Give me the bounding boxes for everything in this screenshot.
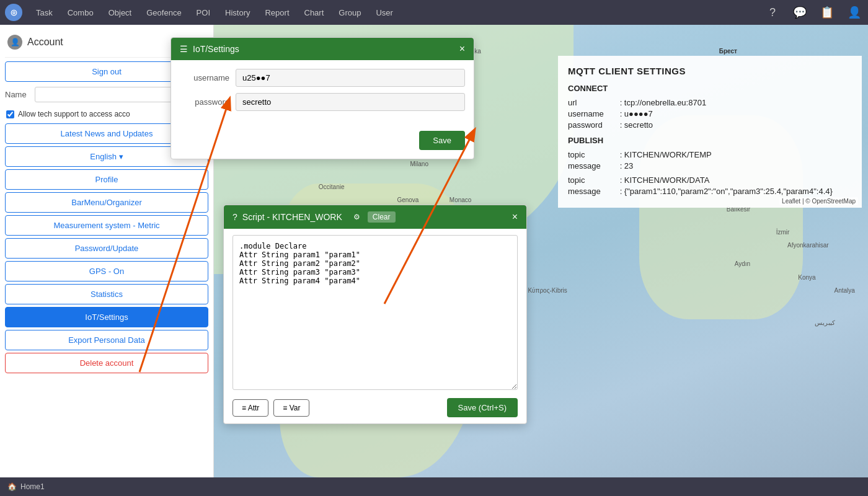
password-field-label: password bbox=[180, 97, 229, 107]
username-field-label: username bbox=[180, 73, 229, 82]
chat-icon[interactable]: 💬 bbox=[791, 4, 808, 21]
nav-object[interactable]: Object bbox=[102, 6, 138, 20]
mqtt-message2-label: message bbox=[568, 187, 618, 196]
iot-dialog-close[interactable]: × bbox=[459, 44, 465, 54]
nav-chart[interactable]: Chart bbox=[298, 6, 330, 20]
script-textarea[interactable]: .module Declare Attr String param1 "para… bbox=[232, 235, 518, 390]
top-navigation: ◎ Task Combo Object Geofence POI History… bbox=[0, 0, 868, 25]
mqtt-username-colon: : bbox=[620, 109, 624, 118]
password-button[interactable]: Password/Update bbox=[5, 238, 208, 259]
script-clear-button[interactable]: Clear bbox=[368, 211, 396, 223]
statistics-button[interactable]: Statistics bbox=[5, 284, 208, 304]
mqtt-url-row: url : tcp://onebrella.eu:8701 bbox=[568, 98, 852, 107]
mqtt-username-row: username : u●●●●7 bbox=[568, 109, 852, 118]
mqtt-publish-label: PUBLISH bbox=[568, 136, 852, 145]
document-icon[interactable]: 📋 bbox=[818, 4, 836, 21]
nav-history[interactable]: History bbox=[219, 6, 256, 20]
measurement-button[interactable]: Measurement system - Metric bbox=[5, 215, 208, 236]
mqtt-url-label: url bbox=[568, 98, 618, 107]
user-icon[interactable]: 👤 bbox=[846, 4, 863, 21]
bottom-bar: 🏠 Home1 bbox=[0, 477, 868, 496]
delete-account-button[interactable]: Delete account bbox=[5, 353, 208, 373]
mqtt-username-value: u●●●●7 bbox=[624, 109, 653, 118]
iot-save-button[interactable]: Save bbox=[419, 131, 465, 150]
iot-dialog-footer: Save bbox=[171, 126, 474, 159]
profile-button[interactable]: Profile bbox=[5, 169, 208, 190]
script-header-icon: ? bbox=[232, 212, 237, 222]
bottom-bar-label: Home1 bbox=[20, 482, 45, 491]
script-dialog-body: .module Declare Attr String param1 "para… bbox=[224, 229, 526, 392]
password-field-row: password bbox=[180, 93, 465, 111]
iot-settings-dialog: ☰ IoT/Settings × username password Save bbox=[170, 37, 474, 159]
script-dialog-title: Script - KITCHEN_WORK bbox=[242, 212, 342, 222]
iot-header-icon: ☰ bbox=[180, 44, 188, 54]
nav-user[interactable]: User bbox=[370, 6, 399, 20]
mqtt-title: MQTT CLIENT SETTINGS bbox=[568, 66, 852, 76]
script-icon2: ⚙ bbox=[353, 213, 360, 221]
mqtt-url-colon: : bbox=[620, 98, 624, 107]
script-save-button[interactable]: Save (Ctrl+S) bbox=[447, 398, 518, 417]
nav-report[interactable]: Report bbox=[259, 6, 295, 20]
barmenu-button[interactable]: BarMenu/Organizer bbox=[5, 192, 208, 213]
mqtt-message2-row: message : {"param1":110,"param2":"on","p… bbox=[568, 187, 852, 196]
app-logo[interactable]: ◎ bbox=[5, 4, 22, 21]
gps-button[interactable]: GPS - On bbox=[5, 261, 208, 281]
mqtt-topic1-label: topic bbox=[568, 150, 618, 159]
nav-poi[interactable]: POI bbox=[190, 6, 216, 20]
mqtt-topic1-row: topic : KITCHEN/WORK/TEMP bbox=[568, 150, 852, 159]
name-label: Name bbox=[5, 90, 30, 99]
mqtt-username-label: username bbox=[568, 109, 618, 118]
mqtt-topic2-row: topic : KITCHEN/WORK/DATA bbox=[568, 175, 852, 185]
password-field-input[interactable] bbox=[236, 93, 465, 111]
script-dialog-close[interactable]: × bbox=[512, 212, 518, 222]
sidebar-title-text: Account bbox=[27, 37, 63, 48]
script-dialog-header: ? Script - KITCHEN_WORK ⚙ Clear × bbox=[224, 205, 526, 229]
username-field-input[interactable] bbox=[236, 69, 465, 87]
mqtt-message1-value: 23 bbox=[624, 161, 633, 170]
tech-support-checkbox[interactable] bbox=[6, 110, 14, 118]
nav-geofence[interactable]: Geofence bbox=[140, 6, 187, 20]
mqtt-password-label: password bbox=[568, 120, 618, 130]
iot-dialog-title: IoT/Settings bbox=[193, 44, 239, 54]
mqtt-panel: MQTT CLIENT SETTINGS CONNECT url : tcp:/… bbox=[558, 56, 862, 208]
mqtt-topic2-value: KITCHEN/WORK/DATA bbox=[624, 175, 709, 185]
export-data-button[interactable]: Export Personal Data bbox=[5, 330, 208, 350]
var-button[interactable]: ≡ Var bbox=[273, 399, 309, 417]
nav-group[interactable]: Group bbox=[332, 6, 367, 20]
tech-support-label: Allow tech support to access acco bbox=[18, 110, 130, 118]
script-header-left: ? Script - KITCHEN_WORK ⚙ Clear bbox=[232, 211, 396, 223]
iot-dialog-header: ☰ IoT/Settings × bbox=[171, 38, 474, 60]
mqtt-connect-label: CONNECT bbox=[568, 84, 852, 93]
mqtt-message1-row: message : 23 bbox=[568, 161, 852, 170]
mqtt-topic2-label: topic bbox=[568, 175, 618, 185]
mqtt-password-value: secretto bbox=[624, 120, 653, 130]
mqtt-password-row: password : secretto bbox=[568, 120, 852, 130]
home-icon: 🏠 bbox=[7, 482, 17, 491]
iot-dialog-body: username password bbox=[171, 60, 474, 126]
help-icon[interactable]: ? bbox=[764, 4, 781, 21]
script-dialog: ? Script - KITCHEN_WORK ⚙ Clear × .modul… bbox=[223, 205, 527, 424]
script-dialog-footer: ≡ Attr ≡ Var Save (Ctrl+S) bbox=[224, 392, 526, 423]
mqtt-message2-value: {"param1":110,"param2":"on","param3":25.… bbox=[624, 187, 833, 196]
account-icon: 👤 bbox=[7, 35, 22, 50]
mqtt-message1-label: message bbox=[568, 161, 618, 170]
attr-button[interactable]: ≡ Attr bbox=[232, 399, 268, 417]
mqtt-topic1-value: KITCHEN/WORK/TEMP bbox=[624, 150, 712, 159]
iot-settings-button[interactable]: IoT/Settings bbox=[5, 307, 208, 327]
iot-header-left: ☰ IoT/Settings bbox=[180, 44, 239, 54]
mqtt-url-value: tcp://onebrella.eu:8701 bbox=[624, 98, 706, 107]
username-field-row: username bbox=[180, 69, 465, 87]
mqtt-password-colon: : bbox=[620, 120, 624, 130]
nav-task[interactable]: Task bbox=[30, 6, 59, 20]
nav-combo[interactable]: Combo bbox=[61, 6, 100, 20]
nav-right-icons: ? 💬 📋 👤 bbox=[764, 4, 863, 21]
map-attribution: Leaflet | © OpenStreetMap bbox=[779, 197, 858, 205]
